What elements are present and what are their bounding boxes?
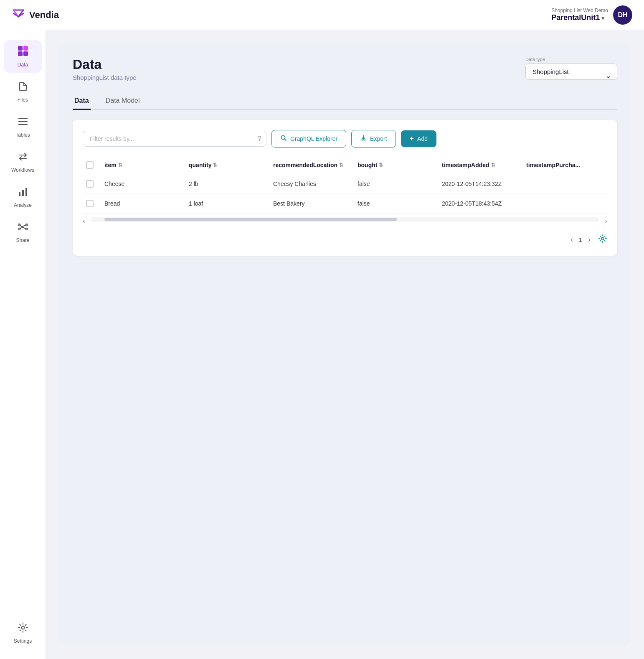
unit-name[interactable]: ParentalUnit1 ▾ bbox=[551, 13, 608, 22]
row1-item: Cheese bbox=[101, 174, 185, 194]
svg-rect-6 bbox=[18, 124, 28, 125]
row2-check-cell bbox=[83, 194, 101, 214]
col-timestamp-added[interactable]: timestampAdded ⇅ bbox=[439, 156, 523, 174]
sidebar: Data Files Tables bbox=[0, 30, 46, 659]
next-page-button[interactable]: › bbox=[586, 234, 593, 246]
files-icon bbox=[18, 81, 28, 94]
row1-check-cell bbox=[83, 174, 101, 194]
top-nav: Vendia Shopping List Web Demo ParentalUn… bbox=[0, 0, 644, 30]
row2-quantity: 1 loaf bbox=[185, 194, 270, 214]
page-header: Data ShoppingList data type Data type Sh… bbox=[73, 57, 617, 81]
download-icon bbox=[360, 135, 367, 143]
scroll-right-arrow[interactable]: › bbox=[605, 217, 607, 225]
row2-bought: false bbox=[354, 194, 439, 214]
export-button[interactable]: Export bbox=[351, 130, 396, 148]
row1-quantity: 2 lb bbox=[185, 174, 270, 194]
horizontal-scrollbar[interactable]: ‹ › bbox=[83, 217, 607, 225]
svg-rect-9 bbox=[25, 188, 27, 196]
content-card: Data ShoppingList data type Data type Sh… bbox=[59, 43, 631, 646]
page-title-section: Data ShoppingList data type bbox=[73, 57, 137, 81]
table-scroll-wrap[interactable]: item ⇅ quantity ⇅ bbox=[83, 156, 607, 214]
filter-input-wrap: ? bbox=[83, 131, 266, 147]
help-icon[interactable]: ? bbox=[258, 135, 261, 142]
add-button[interactable]: + Add bbox=[401, 130, 436, 147]
tabs: Data Data Model bbox=[73, 93, 617, 110]
row1-checkbox[interactable] bbox=[86, 180, 94, 188]
scroll-bar-thumb[interactable] bbox=[104, 218, 397, 221]
unit-dropdown-chevron: ▾ bbox=[601, 15, 604, 21]
sort-icon-timestamp-added: ⇅ bbox=[491, 162, 495, 168]
table-row: Cheese 2 lb Cheesy Charlies false 2020-1… bbox=[83, 174, 607, 194]
table-card: ? GraphQL Explorer bbox=[73, 120, 617, 256]
filter-input[interactable] bbox=[83, 131, 266, 147]
pagination-settings-icon[interactable] bbox=[598, 234, 607, 245]
tab-data-model[interactable]: Data Model bbox=[104, 93, 142, 110]
plus-icon: + bbox=[410, 135, 414, 142]
sidebar-item-workflows-label: Workflows bbox=[11, 167, 34, 173]
select-all-checkbox[interactable] bbox=[86, 161, 94, 169]
sidebar-item-workflows[interactable]: Workflows bbox=[4, 146, 42, 178]
col-recommended-location[interactable]: recommendedLocation ⇅ bbox=[270, 156, 354, 174]
sidebar-item-data[interactable]: Data bbox=[4, 40, 42, 73]
svg-point-16 bbox=[601, 237, 604, 240]
col-item[interactable]: item ⇅ bbox=[101, 156, 185, 174]
layout: Data Files Tables bbox=[0, 0, 644, 659]
page-subtitle: ShoppingList data type bbox=[73, 74, 137, 81]
svg-rect-5 bbox=[18, 121, 28, 122]
table-row: Bread 1 loaf Best Bakery false 2020-12-0… bbox=[83, 194, 607, 214]
sidebar-item-share-label: Share bbox=[16, 237, 29, 243]
sort-icon-location: ⇅ bbox=[339, 162, 343, 168]
row1-location: Cheesy Charlies bbox=[270, 174, 354, 194]
tab-data[interactable]: Data bbox=[73, 93, 91, 110]
svg-rect-0 bbox=[18, 46, 23, 51]
avatar[interactable]: DH bbox=[613, 5, 632, 25]
scroll-bar-track[interactable] bbox=[91, 217, 599, 222]
app-name: Vendia bbox=[29, 10, 59, 20]
data-icon bbox=[17, 45, 29, 59]
sidebar-item-data-label: Data bbox=[18, 62, 28, 68]
row2-timestamp-purchased bbox=[523, 194, 607, 214]
analyze-icon bbox=[18, 186, 28, 200]
svg-rect-8 bbox=[22, 190, 24, 196]
sidebar-item-tables-label: Tables bbox=[15, 132, 30, 138]
data-type-label: Data type bbox=[525, 57, 617, 62]
tables-icon bbox=[18, 116, 28, 130]
svg-rect-1 bbox=[23, 46, 28, 51]
graphql-explorer-button[interactable]: GraphQL Explorer bbox=[271, 130, 346, 148]
row1-bought: false bbox=[354, 174, 439, 194]
sidebar-item-share[interactable]: Share bbox=[4, 216, 42, 248]
search-icon bbox=[280, 135, 287, 143]
col-quantity[interactable]: quantity ⇅ bbox=[185, 156, 270, 174]
share-icon bbox=[18, 221, 28, 235]
row2-item: Bread bbox=[101, 194, 185, 214]
row1-timestamp-purchased bbox=[523, 174, 607, 194]
vendia-logo-icon bbox=[12, 7, 25, 23]
data-table: item ⇅ quantity ⇅ bbox=[83, 156, 607, 214]
page-title: Data bbox=[73, 57, 137, 72]
col-bought[interactable]: bought ⇅ bbox=[354, 156, 439, 174]
unit-info: Shopping List Web Demo ParentalUnit1 ▾ bbox=[551, 8, 608, 22]
sidebar-item-settings-label: Settings bbox=[14, 638, 32, 644]
nav-right: Shopping List Web Demo ParentalUnit1 ▾ D… bbox=[551, 5, 632, 25]
sidebar-item-files-label: Files bbox=[18, 97, 28, 103]
sidebar-item-files[interactable]: Files bbox=[4, 76, 42, 108]
scroll-left-arrow[interactable]: ‹ bbox=[83, 217, 85, 225]
sort-icon-bought: ⇅ bbox=[379, 162, 383, 168]
row2-location: Best Bakery bbox=[270, 194, 354, 214]
row2-checkbox[interactable] bbox=[86, 200, 94, 207]
select-all-col bbox=[83, 156, 101, 174]
col-timestamp-purchased[interactable]: timestampPurcha... bbox=[523, 156, 607, 174]
svg-rect-4 bbox=[18, 118, 28, 119]
sort-icon-item: ⇅ bbox=[118, 162, 122, 168]
data-type-dropdown[interactable]: ShoppingList bbox=[525, 64, 617, 80]
table-header-row: item ⇅ quantity ⇅ bbox=[83, 156, 607, 174]
sidebar-item-settings[interactable]: Settings bbox=[4, 617, 42, 649]
prev-page-button[interactable]: ‹ bbox=[568, 234, 576, 246]
svg-rect-2 bbox=[18, 51, 23, 56]
sidebar-item-analyze-label: Analyze bbox=[14, 202, 32, 208]
unit-subtitle: Shopping List Web Demo bbox=[551, 8, 608, 13]
sidebar-item-analyze[interactable]: Analyze bbox=[4, 181, 42, 213]
current-page: 1 bbox=[579, 236, 582, 243]
sidebar-item-tables[interactable]: Tables bbox=[4, 111, 42, 143]
toolbar: ? GraphQL Explorer bbox=[83, 130, 607, 148]
